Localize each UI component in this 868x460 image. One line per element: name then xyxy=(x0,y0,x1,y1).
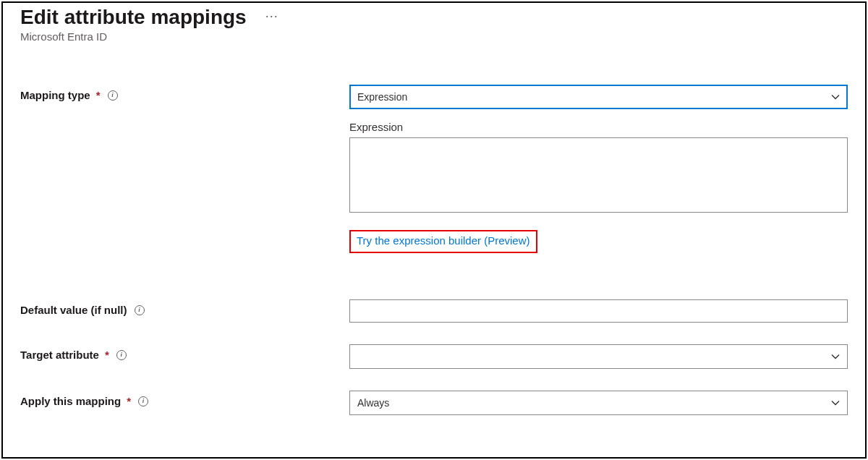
expression-label: Expression xyxy=(349,121,848,133)
panel-header: Edit attribute mappings ··· Microsoft En… xyxy=(20,3,848,43)
mapping-type-label: Mapping type xyxy=(20,89,90,101)
expression-block: Expression Try the expression builder (P… xyxy=(349,121,848,253)
chevron-down-icon xyxy=(831,399,840,407)
chevron-down-icon xyxy=(831,352,840,361)
target-attribute-select[interactable] xyxy=(349,344,848,369)
required-asterisk: * xyxy=(105,349,109,361)
default-value-input[interactable] xyxy=(349,299,848,323)
try-expression-builder-link[interactable]: Try the expression builder (Preview) xyxy=(357,234,530,247)
expression-builder-highlight: Try the expression builder (Preview) xyxy=(349,230,537,253)
info-icon[interactable]: i xyxy=(135,305,145,315)
default-value-label: Default value (if null) xyxy=(20,304,127,316)
mapping-form: Mapping type * i Expression Expression T… xyxy=(20,85,848,415)
info-icon[interactable]: i xyxy=(138,396,148,406)
mapping-type-select[interactable]: Expression xyxy=(349,85,848,109)
mapping-type-value: Expression xyxy=(357,91,407,103)
info-icon[interactable]: i xyxy=(108,90,118,101)
apply-mapping-select[interactable]: Always xyxy=(349,391,848,415)
apply-mapping-label: Apply this mapping xyxy=(20,395,121,407)
target-attribute-label: Target attribute xyxy=(20,349,99,361)
default-value-row: Default value (if null) i xyxy=(20,299,848,323)
chevron-down-icon xyxy=(831,93,840,101)
apply-mapping-row: Apply this mapping * i Always xyxy=(20,391,848,415)
info-icon[interactable]: i xyxy=(116,350,127,360)
edit-attribute-mappings-panel: Edit attribute mappings ··· Microsoft En… xyxy=(1,1,867,459)
mapping-type-label-wrap: Mapping type * i xyxy=(20,85,349,101)
mapping-type-row: Mapping type * i Expression Expression T… xyxy=(20,85,848,278)
apply-mapping-value: Always xyxy=(357,397,389,409)
apply-mapping-label-wrap: Apply this mapping * i xyxy=(20,391,349,407)
page-title: Edit attribute mappings xyxy=(20,6,247,29)
required-asterisk: * xyxy=(96,89,101,101)
target-attribute-row: Target attribute * i xyxy=(20,344,848,369)
target-attribute-label-wrap: Target attribute * i xyxy=(20,344,349,361)
required-asterisk: * xyxy=(127,395,131,407)
default-value-label-wrap: Default value (if null) i xyxy=(20,299,349,316)
expression-textarea[interactable] xyxy=(349,137,848,213)
more-actions-button[interactable]: ··· xyxy=(261,7,283,25)
page-subtitle: Microsoft Entra ID xyxy=(20,30,848,43)
